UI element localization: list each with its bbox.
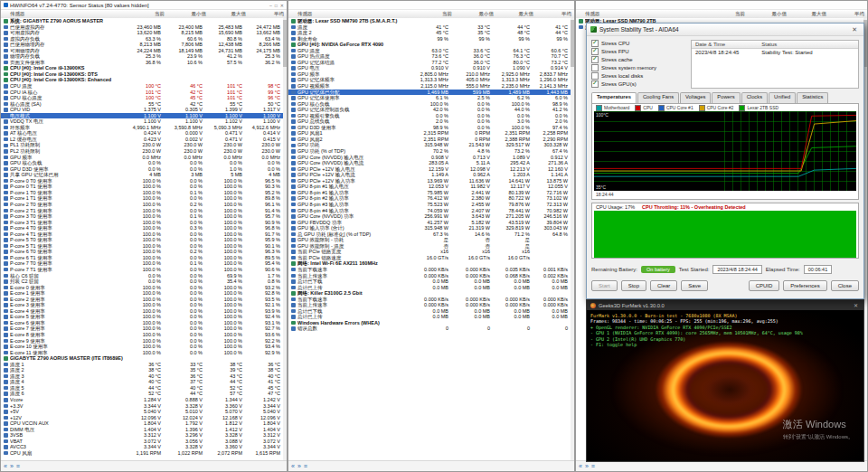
tab-voltages[interactable]: Voltages	[680, 92, 711, 103]
stress-option-stress-local-disks[interactable]: Stress local disks	[591, 72, 685, 80]
legend-color-box[interactable]	[596, 105, 602, 111]
tab-temperatures[interactable]: Temperatures	[591, 92, 637, 103]
tab-cooling-fans[interactable]: Cooling Fans	[637, 92, 679, 103]
scrollbar-thumb[interactable]	[571, 20, 574, 67]
sensor-label: 错误总数	[297, 326, 410, 332]
column-min[interactable]: 最小值	[167, 11, 209, 17]
column-current[interactable]: 当前	[413, 11, 455, 17]
sensor-value: 64.8 %	[533, 231, 571, 238]
legend-item[interactable]: Motherboard	[596, 105, 629, 111]
sensor-icon	[4, 345, 8, 349]
page-next-icon[interactable]: »	[585, 462, 589, 470]
window-controls: – □ ✕	[269, 3, 284, 8]
furmark-titlebar[interactable]: Geeks3D FurMark v1.30.0.0 ✕	[587, 300, 863, 310]
sensor-icon	[4, 184, 8, 189]
sensor-value: 0	[451, 326, 493, 332]
column-min[interactable]: 最小值	[455, 11, 496, 17]
sensor-icon	[4, 102, 8, 107]
preferences-button[interactable]: Preferences	[783, 280, 826, 291]
column-sensor[interactable]: 传感器	[10, 11, 126, 17]
column-avg[interactable]: 平均	[829, 11, 867, 17]
close-icon[interactable]: ✕	[852, 302, 860, 308]
test-status-bar: Remaining Battery: On battery Test Start…	[591, 263, 859, 275]
legend-item[interactable]: Lexar 2TB SSD	[739, 105, 778, 111]
tab-powers[interactable]: Powers	[712, 92, 740, 103]
checkbox-icon[interactable]	[591, 56, 599, 63]
legend-color-box[interactable]	[658, 105, 665, 111]
column-avg[interactable]: 平均	[249, 11, 287, 17]
clear-button[interactable]: Clear	[650, 280, 677, 291]
tab-clocks[interactable]: Clocks	[741, 92, 768, 103]
scrollbar-thumb[interactable]	[283, 20, 287, 67]
close-icon[interactable]: ✕	[280, 3, 284, 8]
menu-icon[interactable]: ≡	[304, 462, 307, 470]
scrollbar[interactable]	[283, 18, 287, 461]
stress-option-stress-system-memory[interactable]: Stress system memory	[591, 64, 685, 71]
sensor-label: CPU 风扇	[10, 450, 122, 457]
checkbox-icon[interactable]	[591, 64, 599, 71]
stress-option-stress-cache[interactable]: Stress cache	[591, 56, 685, 63]
minimize-icon[interactable]: –	[269, 3, 272, 8]
sensor-icon	[291, 279, 296, 284]
column-current[interactable]: 当前	[706, 11, 748, 17]
tab-unified[interactable]: Unified	[769, 92, 796, 103]
sensor-icon	[4, 108, 8, 112]
column-min[interactable]: 最小值	[748, 11, 789, 17]
legend-color-box[interactable]	[739, 105, 745, 111]
tab-statistics[interactable]: Statistics	[797, 92, 828, 103]
sensor-row[interactable]: CPU 风扇1,191 RPM1,022 RPM2,072 RPM1,615 R…	[1, 450, 283, 457]
menu-icon[interactable]: ≡	[16, 462, 20, 470]
sensor-group-icon	[4, 356, 8, 361]
legend-item[interactable]: CPU	[635, 105, 653, 111]
legend-color-box[interactable]	[699, 105, 705, 111]
menu-icon[interactable]: ≡	[591, 462, 595, 470]
legend-item[interactable]: CPU Core #2	[699, 105, 734, 111]
sensor-icon	[291, 156, 296, 160]
column-sensor[interactable]: 传感器	[297, 11, 413, 17]
aida-titlebar[interactable]: System Stability Test - AIDA64 ✕	[587, 24, 863, 36]
start-button[interactable]: Start	[591, 280, 618, 291]
page-next-icon[interactable]: »	[297, 462, 301, 470]
hwinfo-window-left: HWiNFO64 v7.24-4770: Sensor Status [80 v…	[0, 0, 288, 472]
page-next-icon[interactable]: »	[10, 462, 14, 470]
status-time: 2023/4/8 18:24:45	[695, 50, 761, 55]
page-first-icon[interactable]: «	[291, 462, 295, 470]
sensor-icon	[291, 31, 296, 35]
sensor-icon	[291, 119, 296, 124]
scrollbar[interactable]	[571, 18, 574, 461]
cpuid-button[interactable]: CPUID	[749, 280, 780, 291]
column-max[interactable]: 最大值	[496, 11, 536, 17]
sensor-icon	[4, 321, 8, 326]
page-first-icon[interactable]: «	[4, 462, 7, 470]
legend-color-box[interactable]	[635, 105, 641, 111]
hwinfo-titlebar[interactable]: HWiNFO64 v7.24-4770: Sensor Status [80 v…	[1, 1, 287, 10]
checkbox-label: Stress CPU	[601, 41, 629, 46]
stress-option-stress-cpu[interactable]: Stress CPU	[591, 40, 685, 47]
cpu-usage-graph	[594, 211, 856, 258]
checkbox-icon[interactable]	[591, 80, 599, 88]
column-avg[interactable]: 平均	[536, 11, 574, 17]
sensor-icon	[4, 250, 8, 254]
stress-option-stress-fpu[interactable]: Stress FPU	[591, 48, 685, 55]
sensor-icon	[291, 303, 296, 307]
legend-item[interactable]: CPU Core #1	[658, 105, 693, 111]
page-first-icon[interactable]: «	[579, 462, 582, 470]
close-icon[interactable]: ✕	[849, 26, 860, 33]
sensor-icon	[291, 196, 296, 201]
column-max[interactable]: 最大值	[209, 11, 249, 17]
sensor-group-icon	[4, 78, 8, 82]
save-button[interactable]: Save	[681, 280, 708, 291]
column-current[interactable]: 当前	[126, 11, 167, 17]
sensor-row[interactable]: 错误总数0000	[288, 326, 571, 332]
stress-option-stress-gpu-s-[interactable]: Stress GPU(s)	[591, 80, 685, 88]
close-button[interactable]: Close	[831, 280, 859, 291]
maximize-icon[interactable]: □	[275, 3, 278, 8]
column-sensor[interactable]: 传感器	[585, 11, 706, 17]
column-max[interactable]: 最大值	[789, 11, 829, 17]
sensor-icon	[291, 209, 296, 213]
sensor-group-icon	[4, 66, 8, 71]
furmark-app-icon	[590, 303, 596, 308]
cpu-usage-labels: CPU Usage: 17% CPU Throttling: 11% - Ove…	[592, 203, 858, 211]
sensor-icon	[4, 315, 8, 319]
stop-button[interactable]: Stop	[621, 280, 646, 291]
